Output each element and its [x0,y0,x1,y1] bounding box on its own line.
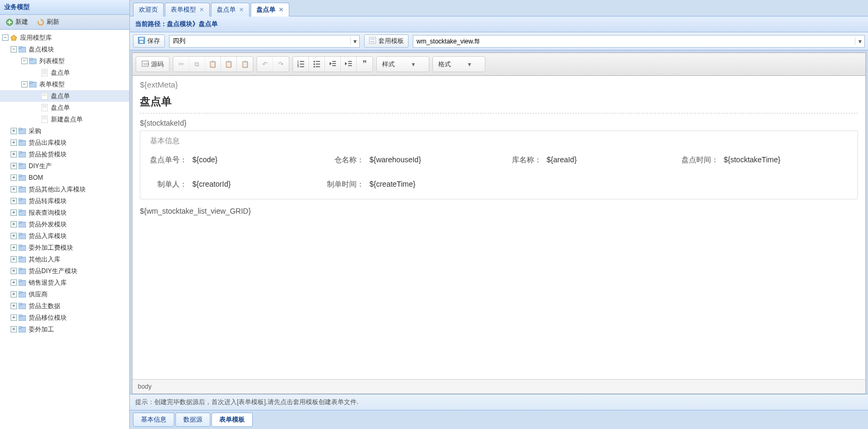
document-icon [40,103,49,112]
paste-text-button[interactable]: 📋 [221,57,237,72]
expand-icon[interactable]: + [11,151,17,157]
save-button[interactable]: 保存 [133,34,165,48]
tab-data-source[interactable]: 数据源 [175,413,210,427]
numbered-list-button[interactable]: 123 [293,57,309,72]
refresh-button[interactable]: 刷新 [34,16,61,28]
svg-text:</>: </> [143,62,149,66]
style-combo[interactable]: 样式 ▼ [376,56,429,72]
tree-node-module[interactable]: +报表查询模块 [0,207,129,218]
tab-basic-info[interactable]: 基本信息 [133,413,174,427]
tree-node-module[interactable]: +货品移位模块 [0,312,129,323]
tree-node-label: BOM [28,173,43,182]
tree-node-list-model[interactable]: − 列表模型 [0,55,129,67]
chevron-down-icon[interactable]: ▾ [350,38,359,45]
expand-icon[interactable]: + [11,174,17,181]
expand-icon[interactable]: + [11,279,17,286]
element-path-bar[interactable]: body [132,379,865,393]
indent-button[interactable] [341,57,357,72]
expand-icon[interactable]: + [11,186,17,192]
expand-icon[interactable]: + [11,128,17,134]
svg-rect-8 [29,58,32,60]
blue-folder-icon [18,278,26,287]
tree-node-label: 货品移位模块 [28,313,67,322]
cut-icon: ✂ [179,60,184,68]
source-button[interactable]: </> 源码 [136,57,169,72]
field-value: ${warehouseId} [369,155,421,165]
expand-icon[interactable]: + [11,314,17,321]
template-input[interactable] [413,36,855,47]
expand-icon[interactable]: + [11,326,17,332]
expand-icon[interactable]: + [11,256,17,262]
tree-node-module[interactable]: +货品主数据 [0,300,129,312]
undo-button[interactable]: ↶ [257,57,273,72]
expand-icon[interactable]: + [11,268,17,274]
expand-icon[interactable]: + [11,291,17,297]
expand-icon[interactable]: + [11,198,17,204]
expand-icon[interactable]: + [11,244,17,251]
editor-content[interactable]: ${extMeta} 盘点单 ${stocktakeId} 基本信息 盘点单号：… [132,76,865,379]
tree-node-module[interactable]: +销售退货入库 [0,277,129,288]
tree-node-module[interactable]: − 盘点模块 [0,43,129,55]
tree-leaf[interactable]: 盘点单 [0,67,129,78]
tree-node-module[interactable]: +货品外发模块 [0,218,129,230]
svg-rect-37 [19,198,22,200]
tree-root[interactable]: − 应用模型库 [0,32,129,43]
format-combo[interactable]: 格式 ▼ [432,56,485,72]
tab-form-template[interactable]: 表单模板 [211,413,253,427]
collapse-icon[interactable]: − [2,34,8,41]
tree-leaf[interactable]: 新建盘点单 [0,113,129,125]
close-icon[interactable]: ✕ [239,6,244,13]
svg-rect-66 [142,61,148,66]
expand-icon[interactable]: + [11,139,17,146]
tab-form-model[interactable]: 表单模型✕ [165,3,210,16]
tree-node-label: 货品转库模块 [28,196,67,206]
collapse-icon[interactable]: − [21,58,28,64]
tree-node-module[interactable]: +供应商 [0,288,129,300]
close-icon[interactable]: ✕ [199,6,204,13]
editor: </> 源码 ✂ ⧉ 📋 📋 📋 ↶ ↷ 123 [132,52,866,394]
columns-input[interactable] [170,36,350,47]
tree-node-module[interactable]: +其他出入库 [0,253,129,265]
collapse-icon[interactable]: − [11,46,17,52]
paste-word-button[interactable]: 📋 [237,57,253,72]
tree-node-module[interactable]: +货品DIY生产模块 [0,265,129,277]
tab-stocktake-1[interactable]: 盘点单✕ [211,3,250,16]
template-select[interactable]: ▾ [413,35,865,48]
expand-icon[interactable]: + [11,209,17,216]
blue-folder-icon [18,232,26,240]
copy-button[interactable]: ⧉ [189,57,205,72]
outdent-button[interactable] [325,57,341,72]
close-icon[interactable]: ✕ [279,6,284,13]
collapse-icon[interactable]: − [21,81,28,87]
tree-node-module[interactable]: +委外加工 [0,323,129,335]
tree-node-module[interactable]: +货品出库模块 [0,137,129,148]
tree-leaf[interactable]: 盘点单 [0,90,129,102]
blockquote-button[interactable]: ” [357,57,373,72]
tree-node-module[interactable]: +货品入库模块 [0,230,129,242]
chevron-down-icon[interactable]: ▾ [855,38,864,45]
tree-node-label: 盘点模块 [28,45,54,54]
apply-template-button[interactable]: 套用模板 [364,34,409,48]
tree-node-module[interactable]: +货品其他出入库模块 [0,183,129,195]
tree-node-form-model[interactable]: − 表单模型 [0,78,129,90]
expand-icon[interactable]: + [11,303,17,309]
expand-icon[interactable]: + [11,233,17,239]
redo-button[interactable]: ↷ [273,57,289,72]
expand-icon[interactable]: + [11,221,17,227]
paste-button[interactable]: 📋 [205,57,221,72]
tab-welcome[interactable]: 欢迎页 [133,3,164,16]
tree-leaf[interactable]: 盘点单 [0,102,129,113]
expand-icon[interactable]: + [11,163,17,169]
cut-button[interactable]: ✂ [173,57,189,72]
columns-select[interactable]: ▾ [169,35,360,48]
tree-node-module[interactable]: +BOM [0,172,129,183]
tree-node-module[interactable]: +DIY生产 [0,160,129,172]
tree-node-module[interactable]: +货品捡货模块 [0,148,129,160]
new-button[interactable]: 新建 [3,16,30,28]
svg-rect-13 [29,82,37,87]
tree-node-module[interactable]: +委外加工费模块 [0,242,129,253]
tree-node-module[interactable]: +货品转库模块 [0,195,129,207]
tree-node-module[interactable]: +采购 [0,125,129,137]
bullet-list-button[interactable] [309,57,325,72]
tab-stocktake-2[interactable]: 盘点单✕ [251,3,289,16]
